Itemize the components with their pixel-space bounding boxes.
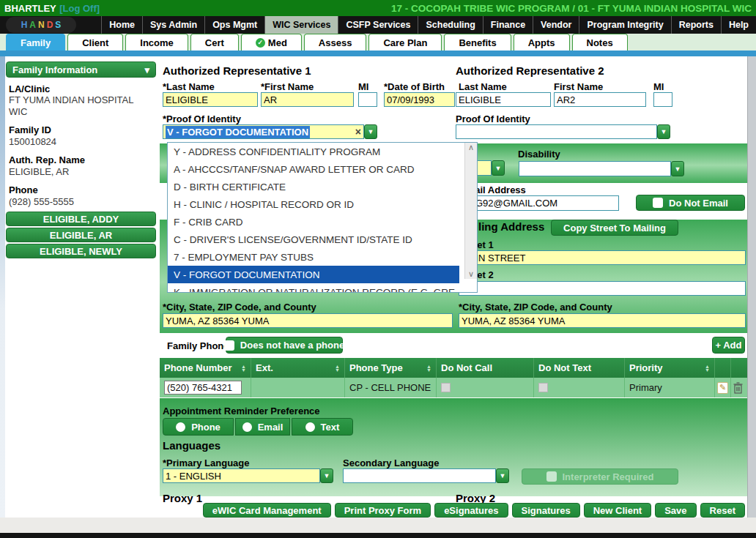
tab-family[interactable]: Family [6, 34, 65, 51]
no-phone-button[interactable]: Does not have a phone [226, 337, 343, 354]
rep1-first-name-field[interactable] [261, 92, 354, 107]
reminder-email-radio[interactable]: Email [235, 418, 290, 436]
hands-logo: H A N D S [6, 17, 76, 33]
primary-language-dropdown-arrow[interactable]: ▼ [320, 468, 333, 483]
page-scrollbar[interactable] [747, 56, 756, 518]
interpreter-required-checkbox [546, 471, 557, 482]
nav-ops-mgmt[interactable]: Ops Mgmt [204, 16, 264, 34]
auth-rep1-title: Authorized Representative 1 [163, 64, 311, 77]
nav-program-integrity[interactable]: Program Integrity [579, 16, 670, 34]
rep2-first-name-field[interactable] [554, 92, 646, 107]
reset-button[interactable]: Reset [700, 503, 745, 518]
nav-scheduling[interactable]: Scheduling [418, 16, 482, 34]
module-tabs: Family Client Income Cert ✓ Med Assess C… [0, 34, 756, 51]
logoff-link[interactable]: [Log Off] [59, 3, 100, 14]
col-phone-number[interactable]: Phone Number ▲▼ [160, 358, 251, 378]
poi-option-immigration-record[interactable]: K - IMMIGRATION OR NATURALIZATION RECORD… [168, 283, 459, 293]
rep1-dob-field[interactable] [384, 92, 455, 107]
nav-csfp-services[interactable]: CSFP Services [338, 16, 418, 34]
scroll-up-icon[interactable]: ∧ [468, 143, 474, 152]
ewic-card-management-button[interactable]: eWIC Card Management [203, 503, 331, 518]
disability-dropdown-arrow[interactable]: ▼ [671, 161, 684, 176]
member-button-eligible-ar[interactable]: ELIGIBLE, AR [6, 228, 156, 242]
nav-home[interactable]: Home [101, 16, 142, 34]
esignatures-button[interactable]: eSignatures [434, 503, 508, 518]
poi-option-forgot-documentation[interactable]: V - FORGOT DOCUMENTATION [168, 266, 459, 283]
rep2-mi-field[interactable] [653, 92, 672, 107]
nav-wic-services[interactable]: WIC Services [264, 16, 338, 34]
no-phone-checkbox[interactable] [224, 340, 234, 351]
copy-street-to-mailing-button[interactable]: Copy Street To Mailing [551, 220, 678, 236]
tab-underline-bar [0, 51, 756, 56]
poi-option-crib-card[interactable]: F - CRIB CARD [168, 213, 459, 231]
new-client-button[interactable]: New Client [584, 503, 651, 518]
street-city-field[interactable] [163, 313, 453, 328]
nav-sys-admin[interactable]: Sys Admin [142, 16, 204, 34]
poi-option-ahcccs-award-letter[interactable]: A - AHCCCS/TANF/SNAP AWARD LETTER OR CAR… [168, 160, 459, 178]
nav-vendor[interactable]: Vendor [533, 16, 579, 34]
tab-client[interactable]: Client [67, 34, 123, 51]
poi-option-clinic-hospital-record[interactable]: H - CLINIC / HOSPITAL RECORD OR ID [168, 195, 459, 213]
rep1-mi-field[interactable] [358, 92, 377, 107]
street-city-label: *City, State, ZIP Code, and County [163, 302, 316, 313]
reminder-text-radio[interactable]: Text [292, 418, 353, 436]
sort-icon: ▲▼ [705, 365, 710, 372]
rep2-first-name-label: First Name [554, 81, 603, 92]
disability-combobox[interactable] [519, 161, 671, 176]
do-not-email-checkbox[interactable] [653, 198, 663, 208]
edit-pencil-icon[interactable]: ✎ [717, 382, 728, 394]
print-proxy-form-button[interactable]: Print Proxy Form [335, 503, 431, 518]
rep1-last-name-field[interactable] [163, 92, 258, 107]
nav-reports[interactable]: Reports [671, 16, 721, 34]
do-not-call-checkbox[interactable] [441, 383, 451, 392]
poi-option-birth-certificate[interactable]: D - BIRTH CERTIFICATE [168, 178, 459, 195]
member-button-eligible-newly[interactable]: ELIGIBLE, NEWLY [6, 244, 156, 258]
do-not-email-button[interactable]: Do Not Email [636, 195, 745, 211]
partially-hidden-dropdown-arrow[interactable]: ▼ [492, 160, 505, 176]
primary-language-combobox[interactable]: 1 - ENGLISH [163, 468, 320, 483]
tab-med[interactable]: ✓ Med [241, 34, 302, 51]
poi-option-address-confidentiality[interactable]: Y - ADDRESS CONFIDENTIALITY PROGRAM [168, 143, 459, 160]
signatures-button[interactable]: Signatures [512, 503, 580, 518]
tab-income[interactable]: Income [125, 34, 188, 51]
col-ext[interactable]: Ext. ▲▼ [251, 358, 345, 378]
tab-appts[interactable]: Appts [514, 34, 570, 51]
la-clinic-value: FT YUMA INDIAN HOSPITAL WIC [9, 94, 152, 118]
secondary-language-dropdown-arrow[interactable]: ▼ [496, 468, 509, 483]
tab-notes[interactable]: Notes [572, 34, 628, 51]
add-phone-button[interactable]: + Add [712, 337, 745, 354]
rep1-poi-combobox[interactable]: V - FORGOT DOCUMENTATION × [163, 124, 364, 139]
rep2-last-name-label: Last Name [459, 81, 507, 92]
poi-option-employment-pay-stubs[interactable]: 7 - EMPLOYMENT PAY STUBS [168, 248, 459, 266]
phone-number-value[interactable]: (520) 765-4321 [164, 381, 242, 395]
email-address-field[interactable] [472, 195, 619, 211]
mailing-city-field[interactable] [459, 313, 746, 328]
rep1-poi-dropdown-arrow[interactable]: ▼ [364, 124, 377, 139]
rep2-poi-dropdown-arrow[interactable]: ▼ [657, 124, 670, 139]
dropdown-scrollbar[interactable]: ∧ ∨ [464, 143, 477, 279]
col-priority[interactable]: Priority ▲▼ [625, 358, 715, 378]
col-phone-type[interactable]: Phone Type ▲▼ [345, 358, 437, 378]
member-button-eligible-addy[interactable]: ELIGIBLE, ADDY [6, 212, 156, 226]
nav-finance[interactable]: Finance [483, 16, 533, 34]
tab-care-plan[interactable]: Care Plan [368, 34, 442, 51]
rep2-poi-combobox[interactable] [456, 124, 657, 139]
nav-help[interactable]: Help [721, 16, 756, 34]
tab-cert[interactable]: Cert [190, 34, 239, 51]
cell-ext [251, 378, 345, 397]
title-bar: BHARTLEY [Log Off] 17 - COCOPAH TRIBE WI… [0, 0, 756, 16]
secondary-language-combobox[interactable] [343, 468, 496, 483]
trash-icon[interactable] [733, 382, 743, 394]
tab-assess[interactable]: Assess [304, 34, 367, 51]
street1-field[interactable] [459, 250, 746, 265]
do-not-text-checkbox[interactable] [538, 383, 548, 392]
clear-icon[interactable]: × [355, 126, 361, 138]
poi-option-drivers-license[interactable]: C - DRIVER'S LICENSE/GOVERNMENT ID/STATE… [168, 231, 459, 248]
save-button[interactable]: Save [655, 503, 696, 518]
tab-benefits[interactable]: Benefits [444, 34, 511, 51]
reminder-phone-radio[interactable]: Phone [163, 418, 234, 436]
rep2-last-name-field[interactable] [456, 92, 551, 107]
scroll-down-icon[interactable]: ∨ [468, 269, 474, 279]
street2-field[interactable] [459, 281, 746, 296]
family-information-header[interactable]: Family Information ▾ [6, 61, 156, 78]
